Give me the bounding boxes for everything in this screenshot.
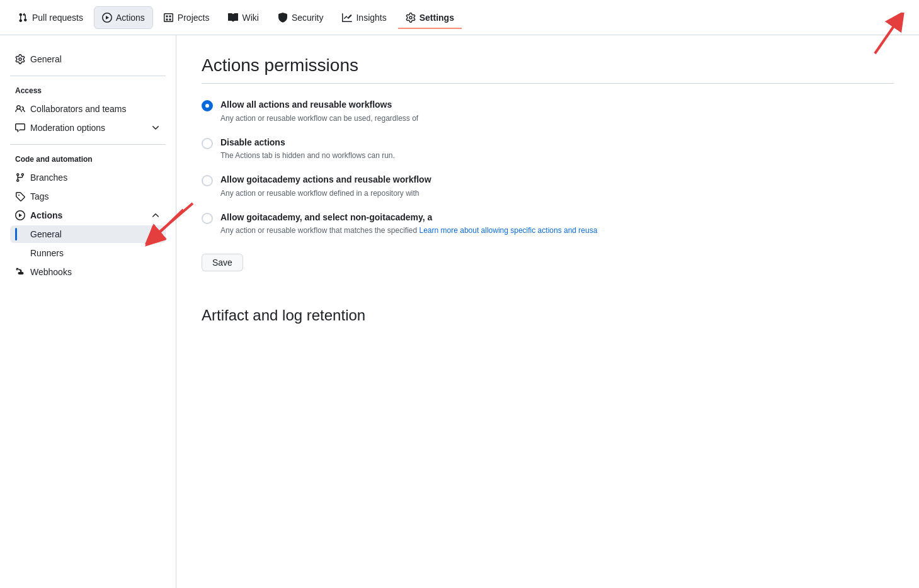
radio-allow-all[interactable]: Allow all actions and reusable workflows… bbox=[202, 99, 894, 124]
page-title: Actions permissions bbox=[202, 55, 894, 76]
nav-insights-label: Insights bbox=[356, 13, 386, 23]
insights-icon bbox=[342, 13, 352, 23]
sidebar-sub-runners-label: Runners bbox=[30, 248, 64, 258]
chevron-down-icon bbox=[151, 123, 161, 133]
sidebar-sub-general-label: General bbox=[30, 229, 62, 239]
radio-allow-all-circle[interactable] bbox=[202, 100, 213, 111]
actions-nav-icon bbox=[102, 13, 112, 23]
radio-disable-label: Disable actions bbox=[220, 137, 395, 149]
sidebar-tags-label: Tags bbox=[30, 191, 49, 201]
sidebar-moderation-label: Moderation options bbox=[30, 123, 105, 133]
radio-disable-content: Disable actions The Actions tab is hidde… bbox=[220, 137, 395, 162]
radio-allow-org-content: Allow goitacademy actions and reusable w… bbox=[220, 174, 431, 199]
wiki-icon bbox=[228, 13, 238, 23]
sidebar-code-automation-label: Code and automation bbox=[10, 152, 166, 166]
sidebar-general[interactable]: General bbox=[10, 50, 166, 68]
content-divider bbox=[202, 83, 894, 84]
moderation-icon bbox=[15, 123, 25, 133]
settings-active-underline bbox=[398, 28, 462, 29]
radio-allow-select-circle[interactable] bbox=[202, 213, 213, 224]
actions-sidebar-icon bbox=[15, 210, 25, 220]
radio-allow-all-label: Allow all actions and reusable workflows bbox=[220, 99, 418, 111]
nav-settings-label: Settings bbox=[420, 13, 454, 23]
save-button[interactable]: Save bbox=[202, 254, 243, 271]
top-nav: Pull requests Actions Projects Wiki bbox=[0, 0, 919, 35]
webhooks-icon bbox=[15, 267, 25, 277]
radio-allow-all-content: Allow all actions and reusable workflows… bbox=[220, 99, 418, 124]
radio-allow-select-content: Allow goitacademy, and select non-goitac… bbox=[220, 212, 597, 237]
radio-disable-circle[interactable] bbox=[202, 138, 213, 149]
sidebar-webhooks[interactable]: Webhooks bbox=[10, 263, 166, 281]
nav-projects-label: Projects bbox=[178, 13, 210, 23]
learn-more-link[interactable]: Learn more about allowing specific actio… bbox=[420, 226, 598, 235]
artifact-title: Artifact and log retention bbox=[202, 307, 894, 324]
sidebar-sub-runners[interactable]: Runners bbox=[10, 244, 166, 262]
projects-icon bbox=[164, 13, 174, 23]
sidebar-divider-2 bbox=[10, 144, 166, 145]
nav-insights[interactable]: Insights bbox=[334, 6, 394, 29]
chevron-up-icon bbox=[151, 210, 161, 220]
radio-disable[interactable]: Disable actions The Actions tab is hidde… bbox=[202, 137, 894, 162]
collaborators-icon bbox=[15, 104, 25, 114]
sidebar: General Access Collaborators and teams bbox=[0, 35, 176, 588]
sidebar-general-label: General bbox=[30, 54, 62, 64]
sidebar-moderation[interactable]: Moderation options bbox=[10, 119, 166, 137]
nav-wiki[interactable]: Wiki bbox=[220, 6, 266, 29]
radio-allow-select-label: Allow goitacademy, and select non-goitac… bbox=[220, 212, 597, 224]
sidebar-collaborators[interactable]: Collaborators and teams bbox=[10, 100, 166, 118]
sidebar-sub-general[interactable]: General bbox=[10, 225, 166, 243]
pull-request-icon bbox=[18, 13, 28, 23]
settings-icon bbox=[406, 13, 416, 23]
radio-allow-all-desc: Any action or reusable workflow can be u… bbox=[220, 113, 418, 124]
nav-actions[interactable]: Actions bbox=[94, 6, 153, 29]
sidebar-divider-1 bbox=[10, 76, 166, 76]
nav-pull-requests-label: Pull requests bbox=[32, 13, 83, 23]
radio-allow-select-desc: Any action or reusable workflow that mat… bbox=[220, 225, 597, 236]
nav-settings[interactable]: Settings bbox=[397, 6, 462, 29]
sidebar-branches[interactable]: Branches bbox=[10, 169, 166, 186]
radio-allow-org-circle[interactable] bbox=[202, 175, 213, 186]
nav-actions-label: Actions bbox=[116, 13, 145, 23]
radio-allow-org[interactable]: Allow goitacademy actions and reusable w… bbox=[202, 174, 894, 199]
sidebar-access-label: Access bbox=[10, 84, 166, 98]
sidebar-collaborators-label: Collaborators and teams bbox=[30, 104, 127, 114]
sidebar-branches-label: Branches bbox=[30, 172, 67, 183]
nav-projects[interactable]: Projects bbox=[156, 6, 218, 29]
sidebar-webhooks-label: Webhooks bbox=[30, 267, 72, 277]
page-layout: General Access Collaborators and teams bbox=[0, 35, 919, 588]
tags-icon bbox=[15, 191, 25, 201]
radio-disable-desc: The Actions tab is hidden and no workflo… bbox=[220, 150, 395, 161]
general-icon bbox=[15, 54, 25, 64]
main-content: Actions permissions Allow all actions an… bbox=[176, 35, 919, 588]
radio-allow-select[interactable]: Allow goitacademy, and select non-goitac… bbox=[202, 212, 894, 237]
security-icon bbox=[278, 13, 288, 23]
sidebar-actions-label: Actions bbox=[30, 210, 62, 220]
sidebar-actions[interactable]: Actions bbox=[10, 206, 166, 224]
radio-allow-org-label: Allow goitacademy actions and reusable w… bbox=[220, 174, 431, 186]
branches-icon bbox=[15, 172, 25, 183]
nav-security[interactable]: Security bbox=[270, 6, 332, 29]
nav-security-label: Security bbox=[292, 13, 324, 23]
sidebar-tags[interactable]: Tags bbox=[10, 188, 166, 205]
actions-section: Actions bbox=[10, 206, 166, 262]
nav-wiki-label: Wiki bbox=[242, 13, 258, 23]
nav-pull-requests[interactable]: Pull requests bbox=[10, 6, 91, 29]
radio-allow-org-desc: Any action or reusable workflow defined … bbox=[220, 188, 431, 199]
